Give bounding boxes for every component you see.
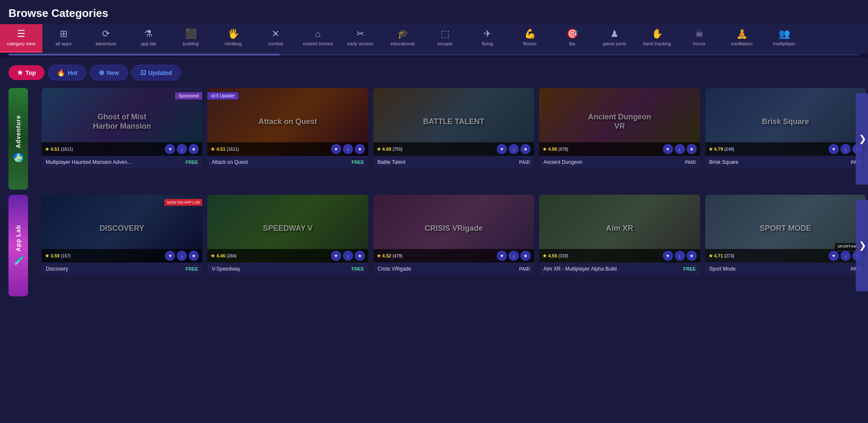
bookmark-button[interactable]: ★	[520, 144, 531, 154]
sidebar-cat-applab[interactable]: 🧪 App Lab	[8, 195, 28, 296]
game-info-attack: Attack on Quest FREE	[207, 156, 368, 169]
sidebar-cat-adventure[interactable]: 🌍 Adventure	[8, 88, 28, 190]
sidebar-item-custom-homes[interactable]: ⌂ custom homes	[297, 24, 339, 53]
download-button[interactable]: ↓	[840, 251, 851, 261]
game-info-discovery: Discovery FREE	[42, 263, 202, 275]
sidebar-item-escape[interactable]: ⬚ escape	[424, 24, 466, 53]
download-button[interactable]: ↓	[343, 251, 353, 261]
adventure-next-button[interactable]: ❯	[856, 93, 868, 185]
category-bar: ☰ category view ⊞ all apps ⟳ adventure ⚗…	[0, 24, 868, 53]
combat-icon: ✕	[272, 29, 279, 39]
download-button[interactable]: ↓	[509, 144, 519, 154]
thumb-text-haunted: Ghost of Mist Harbor Mansion	[82, 108, 162, 135]
new-plus-icon: ⊕	[99, 69, 104, 77]
rating-row-battle: ★ 4.69 (755) ♥ ↓ ★	[373, 142, 534, 156]
download-button[interactable]: ↓	[675, 251, 685, 261]
tab-new[interactable]: ⊕ New	[90, 65, 128, 80]
wishlist-button[interactable]: ♥	[165, 144, 175, 154]
tab-updated[interactable]: ⊡ Updated	[131, 65, 181, 80]
wishlist-button[interactable]: ♥	[829, 144, 839, 154]
rating-row-dungeon: ★ 4.86 (678) ♥ ↓ ★	[539, 142, 700, 156]
sidebar-item-game-ports[interactable]: ♟ game ports	[593, 24, 636, 53]
star-icon: ★	[542, 147, 547, 152]
game-info-aim: Aim XR - Multiplayer Alpha Build FREE	[539, 263, 700, 275]
rating-row-discovery: ★ 3.59 (157) ♥ ↓ ★	[42, 249, 202, 263]
download-button[interactable]: ↓	[343, 144, 353, 154]
building-icon: ⬛	[185, 29, 197, 39]
sidebar-item-all-apps[interactable]: ⊞ all apps	[42, 24, 85, 53]
sidebar-item-educational[interactable]: 🎓 educational	[381, 24, 424, 53]
game-card-aim-xr[interactable]: Aim XR ★ 4.55 (310) ♥ ↓ ★	[539, 195, 700, 275]
sidebar-item-flying[interactable]: ✈ flying	[466, 24, 509, 53]
star-icon: ★	[377, 147, 381, 152]
sidebar-item-fitness[interactable]: 💪 fitness	[509, 24, 551, 53]
top-star-icon: ★	[17, 69, 23, 77]
tab-top[interactable]: ★ Top	[8, 65, 45, 80]
educational-icon: 🎓	[397, 29, 409, 39]
rating-count-dungeon: (678)	[559, 147, 568, 152]
thumb-text-discovery: DISCOVERY	[95, 220, 148, 238]
sidebar-item-horror[interactable]: ☠ horror	[678, 24, 721, 53]
game-card-sport-mode[interactable]: SPORT MODE SPORT•MODENEW UPDATE ★ 4.71 (…	[705, 195, 866, 275]
wishlist-button[interactable]: ♥	[663, 144, 673, 154]
bookmark-button[interactable]: ★	[520, 251, 531, 261]
applab-next-button[interactable]: ❯	[856, 200, 868, 291]
sidebar-item-fps[interactable]: 🎯 fps	[551, 24, 593, 53]
sidebar-item-adventure[interactable]: ⟳ adventure	[85, 24, 127, 53]
sidebar-item-app-lab[interactable]: ⚗ app lab	[127, 24, 170, 53]
download-button[interactable]: ↓	[509, 251, 519, 261]
escape-icon: ⬚	[441, 29, 450, 39]
star-icon: ★	[45, 147, 49, 152]
download-button[interactable]: ↓	[840, 144, 851, 154]
wishlist-button[interactable]: ♥	[663, 251, 673, 261]
sidebar-item-combat[interactable]: ✕ combat	[254, 24, 297, 53]
sidebar-item-category-view[interactable]: ☰ category view	[0, 24, 42, 53]
game-card-brisk-square[interactable]: Brisk Square ★ 4.79 (249) ♥ ↓ ★	[705, 88, 866, 169]
game-card-ancient-dungeon[interactable]: Ancient Dungeon VR ★ 4.86 (678) ♥ ↓ ★	[539, 88, 700, 169]
game-info-battle: Battle Talent PAID	[373, 156, 534, 169]
wishlist-button[interactable]: ♥	[331, 144, 341, 154]
wishlist-button[interactable]: ♥	[331, 251, 341, 261]
game-card-battle-talent[interactable]: BATTLE TALENT ★ 4.69 (755) ♥ ↓ ★	[373, 88, 534, 169]
game-title-battle: Battle Talent	[378, 159, 516, 165]
bookmark-button[interactable]: ★	[687, 144, 697, 154]
game-price-discovery: FREE	[186, 266, 198, 271]
sidebar-item-hand-tracking[interactable]: ✋ hand tracking	[636, 24, 678, 53]
wishlist-button[interactable]: ♥	[497, 251, 507, 261]
game-card-attack-on-quest[interactable]: Attack on Quest v0.5 Update! ★ 4.51 (161…	[207, 88, 368, 169]
applab-grid: DISCOVERY NOW ON APP LAB ★ 3.59 (157) ♥ …	[42, 195, 866, 275]
sidebar-item-early-access[interactable]: ✂ early access	[339, 24, 381, 53]
card-actions-attack: ♥ ↓ ★	[331, 144, 365, 154]
game-info-brisk: Brisk Square PAID	[705, 156, 866, 169]
game-title-discovery: Discovery	[46, 266, 182, 272]
download-button[interactable]: ↓	[177, 251, 187, 261]
rating-count-attack: (1611)	[227, 147, 239, 152]
rating-score-crisis: ★ 4.52 (479)	[377, 253, 403, 259]
wishlist-button[interactable]: ♥	[165, 251, 175, 261]
rating-row-speedway: ★ 4.46 (284) ♥ ↓ ★	[207, 249, 368, 263]
game-card-speedway[interactable]: SPEEDWAY V ★ 4.46 (284) ♥ ↓ ★	[207, 195, 368, 275]
bookmark-button[interactable]: ★	[189, 251, 199, 261]
bookmark-button[interactable]: ★	[355, 144, 365, 154]
game-card-discovery[interactable]: DISCOVERY NOW ON APP LAB ★ 3.59 (157) ♥ …	[42, 195, 202, 275]
bookmark-button[interactable]: ★	[687, 251, 697, 261]
rating-row-crisis: ★ 4.52 (479) ♥ ↓ ★	[373, 249, 534, 263]
sidebar-item-meditation[interactable]: 🧘 meditation	[721, 24, 763, 53]
fps-icon: 🎯	[567, 29, 578, 39]
download-button[interactable]: ↓	[675, 144, 685, 154]
game-card-haunted-mansion[interactable]: Ghost of Mist Harbor Mansion Sponsored ★…	[42, 88, 202, 169]
thumb-text-battle: BATTLE TALENT	[419, 113, 488, 131]
bookmark-button[interactable]: ★	[189, 144, 199, 154]
wishlist-button[interactable]: ♥	[497, 144, 507, 154]
sidebar-item-climbing[interactable]: 🖐 climbing	[212, 24, 254, 53]
bookmark-button[interactable]: ★	[355, 251, 365, 261]
scroll-thumb	[8, 54, 280, 55]
tab-hot[interactable]: 🔥 Hot	[48, 65, 86, 80]
card-actions-crisis: ♥ ↓ ★	[497, 251, 531, 261]
game-card-crisis-vrigade[interactable]: CRISIS VRigade ★ 4.52 (479) ♥ ↓ ★	[373, 195, 534, 275]
sidebar-item-building[interactable]: ⬛ building	[170, 24, 212, 53]
wishlist-button[interactable]: ♥	[829, 251, 839, 261]
section-applab: 🧪 App Lab DISCOVERY NOW ON APP LAB ★ 3.5…	[0, 195, 868, 296]
download-button[interactable]: ↓	[177, 144, 187, 154]
sidebar-item-multiplayer[interactable]: 👥 multiplayer	[763, 24, 805, 53]
